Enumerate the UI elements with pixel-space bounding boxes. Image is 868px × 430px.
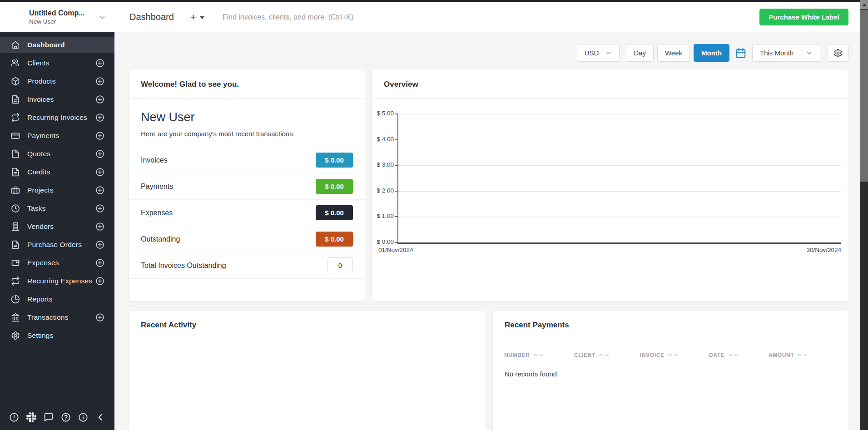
sort-icons[interactable] [728, 351, 739, 359]
summary-row-label: Invoices [141, 156, 168, 164]
currency-select[interactable]: USD [577, 44, 620, 62]
sort-up-icon[interactable] [533, 351, 538, 359]
summary-amount-badge[interactable]: $ 0.00 [316, 179, 353, 194]
sort-down-icon[interactable] [803, 351, 808, 359]
sidebar-item-recurring-expenses[interactable]: Recurring Expenses [0, 273, 114, 289]
y-axis-label: $ 5.00 [373, 110, 394, 117]
sort-up-icon[interactable] [668, 351, 673, 359]
sidebar-item-recurring-invoices[interactable]: Recurring Invoices [0, 109, 114, 126]
sort-up-icon[interactable] [599, 351, 604, 359]
range-day-button[interactable]: Day [626, 44, 654, 62]
sidebar-item-projects[interactable]: Projects [0, 182, 114, 198]
quick-add-vendors-button[interactable] [95, 222, 104, 231]
scrollbar-thumb[interactable] [860, 10, 868, 182]
chevron-down-icon [605, 49, 612, 56]
column-header-date[interactable]: DATE [709, 351, 769, 359]
sort-icons[interactable] [533, 351, 544, 359]
dashboard-toolbar: USD DayWeekMonth This Month [577, 44, 848, 62]
range-button-group: DayWeekMonth [626, 44, 729, 62]
column-header-client[interactable]: CLIENT [574, 351, 640, 359]
sidebar-item-label: Products [27, 77, 56, 85]
column-label: AMOUNT [769, 352, 794, 358]
sidebar-item-label: Transactions [27, 313, 69, 321]
quick-add-recurring-expenses-button[interactable] [95, 277, 104, 286]
scrollbar-up-button[interactable] [860, 0, 868, 9]
sort-icons[interactable] [668, 351, 679, 359]
sidebar-item-label: Projects [27, 186, 54, 194]
quick-add-invoices-button[interactable] [95, 95, 104, 104]
products-icon [11, 77, 20, 86]
range-month-button[interactable]: Month [694, 44, 729, 62]
chat-icon[interactable] [44, 412, 54, 422]
sidebar-item-tasks[interactable]: Tasks [0, 200, 114, 217]
summary-row-payments: Payments$ 0.00 [129, 173, 365, 200]
quick-create-button[interactable]: + [190, 12, 204, 22]
summary-amount-badge[interactable]: $ 0.00 [316, 205, 353, 220]
column-header-number[interactable]: NUMBER [504, 351, 574, 359]
company-user: New User [29, 18, 85, 25]
y-axis-label: $ 0.00 [373, 238, 394, 245]
sidebar-item-label: Clients [27, 59, 50, 67]
sidebar-item-clients[interactable]: Clients [0, 55, 114, 71]
collapse-sidebar-icon[interactable] [95, 412, 105, 422]
overview-card: Overview $ 5.00$ 4.00$ 3.00$ 2.00$ 1.00$… [372, 70, 848, 301]
sidebar: Untitled Comp... New User DashboardClien… [0, 2, 114, 430]
vertical-scrollbar[interactable] [860, 0, 868, 430]
purchase-white-label-button[interactable]: Purchase White Label [759, 9, 848, 25]
sort-down-icon[interactable] [539, 351, 544, 359]
quick-add-payments-button[interactable] [95, 131, 104, 140]
quick-add-tasks-button[interactable] [95, 204, 104, 213]
quick-add-clients-button[interactable] [95, 59, 104, 68]
quick-add-transactions-button[interactable] [95, 313, 104, 322]
sidebar-item-invoices[interactable]: Invoices [0, 91, 114, 108]
quick-add-credits-button[interactable] [95, 168, 104, 177]
sidebar-item-quotes[interactable]: Quotes [0, 146, 114, 162]
help-icon[interactable] [61, 412, 71, 422]
sidebar-item-expenses[interactable]: Expenses [0, 255, 114, 271]
y-axis-tick [395, 191, 398, 192]
sidebar-item-label: Vendors [27, 222, 54, 231]
chevron-down-icon [806, 49, 813, 56]
sort-icons[interactable] [599, 351, 610, 359]
quick-add-expenses-button[interactable] [95, 258, 104, 267]
search-input[interactable] [222, 13, 759, 22]
column-header-amount[interactable]: AMOUNT [769, 351, 837, 359]
summary-row-expenses: Expenses$ 0.00 [129, 200, 365, 226]
sort-up-icon[interactable] [728, 351, 733, 359]
quick-add-products-button[interactable] [95, 77, 104, 86]
sidebar-item-purchase-orders[interactable]: Purchase Orders [0, 237, 114, 253]
invoices-icon [11, 95, 20, 104]
sidebar-item-reports[interactable]: Reports [0, 291, 114, 307]
quick-add-projects-button[interactable] [95, 186, 104, 195]
y-axis-label: $ 2.00 [373, 187, 394, 194]
info-icon[interactable] [78, 412, 88, 422]
sort-up-icon[interactable] [797, 351, 802, 359]
quick-add-purchase-orders-button[interactable] [95, 240, 104, 249]
sort-down-icon[interactable] [605, 351, 610, 359]
sort-down-icon[interactable] [674, 351, 679, 359]
sort-icons[interactable] [797, 351, 808, 359]
sidebar-item-products[interactable]: Products [0, 73, 114, 89]
column-header-invoice[interactable]: INVOICE [640, 351, 709, 359]
credits-icon [11, 168, 20, 177]
quick-add-recurring-invoices-button[interactable] [95, 113, 104, 122]
sidebar-item-dashboard[interactable]: Dashboard [0, 37, 114, 53]
sidebar-item-vendors[interactable]: Vendors [0, 218, 114, 235]
sidebar-item-settings[interactable]: Settings [0, 327, 114, 344]
chart-gridline [398, 165, 841, 166]
company-selector[interactable]: Untitled Comp... New User [0, 2, 114, 32]
summary-amount-badge[interactable]: $ 0.00 [316, 153, 353, 168]
sidebar-item-payments[interactable]: Payments [0, 128, 114, 144]
sidebar-item-transactions[interactable]: Transactions [0, 309, 114, 326]
sort-down-icon[interactable] [734, 351, 739, 359]
slack-icon[interactable] [26, 412, 36, 422]
summary-amount-badge[interactable]: $ 0.00 [316, 232, 353, 247]
quick-add-quotes-button[interactable] [95, 149, 104, 158]
sidebar-item-credits[interactable]: Credits [0, 164, 114, 180]
dashboard-settings-button[interactable] [828, 44, 848, 62]
alert-circle-icon[interactable] [9, 412, 19, 422]
period-select[interactable]: This Month [752, 44, 820, 62]
range-week-button[interactable]: Week [657, 44, 690, 62]
calendar-icon[interactable] [735, 47, 747, 59]
recent-activity-header: Recent Activity [129, 311, 486, 339]
